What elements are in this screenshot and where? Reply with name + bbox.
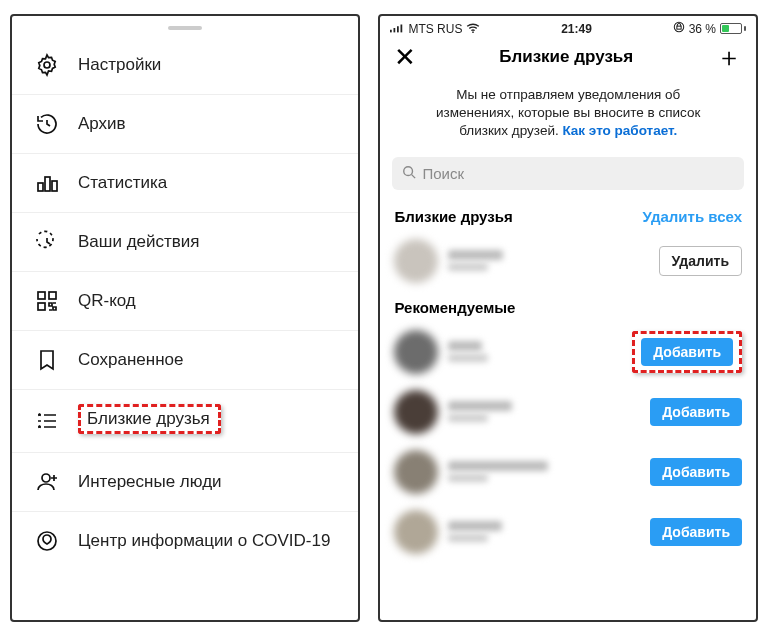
close-icon[interactable]: ✕ xyxy=(394,44,416,70)
battery-pct: 36 % xyxy=(689,22,716,36)
menu-list: Настройки Архив Статистика Ваши действия xyxy=(12,36,358,570)
avatar[interactable] xyxy=(394,390,438,434)
how-it-works-link[interactable]: Как это работает. xyxy=(562,123,677,138)
user-name xyxy=(448,401,640,422)
gear-icon xyxy=(34,52,60,78)
remove-all-link[interactable]: Удалить всех xyxy=(643,208,742,225)
menu-label: QR-код xyxy=(78,291,136,311)
highlight-close-friends: Близкие друзья xyxy=(78,404,221,434)
recommend-row: Добавить xyxy=(380,382,756,442)
svg-rect-10 xyxy=(394,28,396,32)
signal-icon xyxy=(390,22,404,36)
add-icon[interactable]: ＋ xyxy=(716,44,742,70)
avatar[interactable] xyxy=(394,239,438,283)
battery-icon xyxy=(720,23,746,34)
clock: 21:49 xyxy=(561,22,592,36)
header-title: Близкие друзья xyxy=(499,47,633,67)
svg-rect-4 xyxy=(38,292,45,299)
menu-label: Архив xyxy=(78,114,126,134)
discover-people-icon xyxy=(34,469,60,495)
menu-item-archive[interactable]: Архив xyxy=(12,94,358,153)
svg-rect-15 xyxy=(676,26,680,29)
user-name xyxy=(448,250,648,271)
friend-row: Удалить xyxy=(380,231,756,291)
menu-item-close-friends[interactable]: Близкие друзья xyxy=(12,389,358,452)
menu-item-stats[interactable]: Статистика xyxy=(12,153,358,212)
svg-rect-6 xyxy=(38,303,45,310)
menu-item-settings[interactable]: Настройки xyxy=(12,36,358,94)
phone-right-close-friends: MTS RUS 21:49 36 % ✕ Близкие друзья ＋ Мы… xyxy=(378,14,758,622)
recommend-row: Добавить xyxy=(380,442,756,502)
add-button[interactable]: Добавить xyxy=(650,518,742,546)
avatar[interactable] xyxy=(394,450,438,494)
section-title: Рекомендуемые xyxy=(394,299,515,316)
add-button[interactable]: Добавить xyxy=(650,398,742,426)
svg-rect-9 xyxy=(390,29,392,32)
avatar[interactable] xyxy=(394,330,438,374)
archive-icon xyxy=(34,111,60,137)
menu-item-covid[interactable]: Центр информации о COVID-19 xyxy=(12,511,358,570)
highlight-add-button: Добавить xyxy=(632,331,742,373)
recommend-row: Добавить xyxy=(380,502,756,562)
qr-icon xyxy=(34,288,60,314)
bookmark-icon xyxy=(34,347,60,373)
add-button[interactable]: Добавить xyxy=(650,458,742,486)
svg-point-7 xyxy=(42,474,50,482)
orientation-lock-icon xyxy=(673,21,685,36)
activity-icon xyxy=(34,229,60,255)
search-placeholder: Поиск xyxy=(422,165,464,182)
svg-rect-1 xyxy=(38,183,43,191)
section-title: Близкие друзья xyxy=(394,208,512,225)
svg-rect-12 xyxy=(401,24,403,32)
svg-point-13 xyxy=(473,31,475,33)
menu-label: Сохраненное xyxy=(78,350,183,370)
menu-label: Центр информации о COVID-19 xyxy=(78,531,330,551)
svg-point-0 xyxy=(44,62,50,68)
menu-label: Ваши действия xyxy=(78,232,200,252)
section-close-friends: Близкие друзья Удалить всех xyxy=(380,200,756,231)
search-icon xyxy=(402,165,416,182)
remove-button[interactable]: Удалить xyxy=(659,246,742,276)
close-friends-icon xyxy=(34,408,60,434)
section-recommended: Рекомендуемые xyxy=(380,291,756,322)
covid-info-icon xyxy=(34,528,60,554)
menu-label: Близкие друзья xyxy=(87,409,210,428)
svg-rect-2 xyxy=(45,177,50,191)
user-name xyxy=(448,341,622,362)
search-input[interactable]: Поиск xyxy=(392,157,744,190)
user-name xyxy=(448,461,640,482)
menu-item-qr[interactable]: QR-код xyxy=(12,271,358,330)
user-name xyxy=(448,521,640,542)
screen-header: ✕ Близкие друзья ＋ xyxy=(380,38,756,80)
menu-label: Статистика xyxy=(78,173,167,193)
stats-icon xyxy=(34,170,60,196)
notice-text: Мы не отправляем уведомления об изменени… xyxy=(380,80,756,153)
recommend-row: Добавить xyxy=(380,322,756,382)
wifi-icon xyxy=(466,22,480,36)
menu-item-saved[interactable]: Сохраненное xyxy=(12,330,358,389)
add-button[interactable]: Добавить xyxy=(641,338,733,366)
avatar[interactable] xyxy=(394,510,438,554)
status-bar: MTS RUS 21:49 36 % xyxy=(380,16,756,38)
phone-left-menu: Настройки Архив Статистика Ваши действия xyxy=(10,14,360,622)
svg-rect-5 xyxy=(49,292,56,299)
svg-point-16 xyxy=(404,166,413,175)
menu-item-activity[interactable]: Ваши действия xyxy=(12,212,358,271)
svg-rect-11 xyxy=(397,26,399,32)
sheet-grabber[interactable] xyxy=(168,26,202,30)
carrier-label: MTS RUS xyxy=(408,22,462,36)
svg-rect-3 xyxy=(52,181,57,191)
menu-item-discover[interactable]: Интересные люди xyxy=(12,452,358,511)
menu-label: Интересные люди xyxy=(78,472,222,492)
menu-label: Настройки xyxy=(78,55,161,75)
